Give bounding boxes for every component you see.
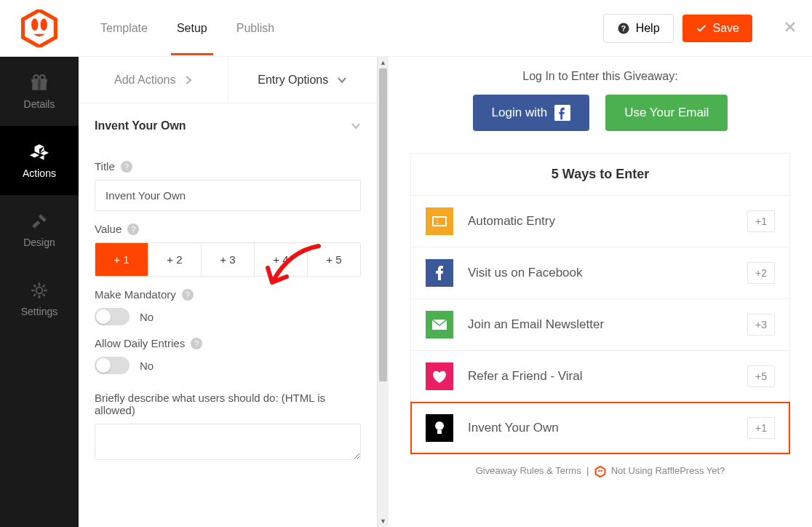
sidebar-item-design[interactable]: Design (0, 195, 79, 264)
value-2[interactable]: + 2 (148, 243, 202, 276)
entry-points: +3 (747, 314, 775, 336)
scrollbar-thumb[interactable] (379, 68, 387, 381)
entry-row-invent[interactable]: Invent Your Own +1 (411, 403, 789, 453)
sidebar-item-details[interactable]: Details (0, 57, 79, 126)
entry-points: +1 (747, 417, 775, 439)
tab-setup[interactable]: Setup (177, 1, 207, 55)
envelope-icon (426, 311, 453, 338)
lightbulb-icon (426, 414, 453, 442)
rafflepress-logo-icon (20, 9, 58, 47)
help-tip-icon[interactable]: ? (191, 338, 202, 349)
close-button[interactable] (783, 20, 797, 37)
describe-label: Briefly describe what users should do: (… (95, 392, 361, 416)
login-prompt: Log In to Enter this Giveaway: (410, 70, 790, 83)
describe-input[interactable] (95, 424, 361, 460)
value-3[interactable]: + 3 (202, 243, 255, 276)
top-right: ? Help Save (603, 14, 797, 43)
mandatory-toggle[interactable] (95, 308, 130, 325)
panel-body: Invent Your Own Title ? Value ? + 1 + 2 … (79, 103, 377, 527)
entry-row-facebook[interactable]: Visit us on Facebook +2 (411, 247, 789, 299)
heart-icon (426, 362, 453, 390)
tab-publish[interactable]: Publish (236, 1, 274, 55)
preview-footer: Giveaway Rules & Terms | Not Using Raffl… (410, 454, 790, 488)
not-using-link[interactable]: Not Using RafflePress Yet? (611, 465, 725, 476)
mandatory-value: No (140, 311, 154, 323)
help-tip-icon[interactable]: ? (182, 289, 194, 301)
facebook-icon (426, 259, 453, 287)
panel-tabs: Add Actions Entry Options (79, 57, 377, 103)
help-tip-icon[interactable]: ? (127, 223, 139, 235)
entry-points: +5 (747, 365, 775, 387)
rules-link[interactable]: Giveaway Rules & Terms (476, 465, 581, 476)
daily-value: No (140, 360, 154, 372)
options-panel: Add Actions Entry Options Invent Your Ow… (79, 57, 377, 527)
tab-template[interactable]: Template (100, 1, 148, 55)
scroll-up-icon[interactable]: ▲ (378, 57, 389, 68)
value-1[interactable]: + 1 (95, 243, 148, 276)
rafflepress-small-icon (594, 466, 606, 478)
chevron-down-icon (337, 76, 347, 84)
panel-tab-entry-options[interactable]: Entry Options (228, 57, 378, 103)
login-facebook-button[interactable]: Login with (473, 95, 590, 131)
cubes-icon (29, 143, 49, 162)
entry-row-newsletter[interactable]: Join an Email Newsletter +3 (411, 299, 789, 351)
svg-point-9 (40, 75, 45, 80)
entry-row-refer[interactable]: Refer a Friend - Viral +5 (411, 351, 789, 403)
svg-text:?: ? (621, 23, 625, 32)
svg-point-15 (435, 421, 444, 430)
svg-point-2 (41, 18, 47, 31)
scroll-down-icon[interactable]: ▼ (378, 515, 389, 527)
mandatory-label: Make Mandatory ? (95, 288, 361, 301)
chevron-right-icon (185, 75, 192, 85)
entry-list: Automatic Entry +1 Visit us on Facebook … (410, 195, 790, 454)
svg-marker-17 (595, 466, 605, 476)
value-group: + 1 + 2 + 3 + 4 + 5 (95, 242, 361, 277)
close-icon (783, 20, 797, 34)
sidebar: Details Actions Design Settings (0, 57, 79, 527)
sidebar-item-settings[interactable]: Settings (0, 264, 79, 333)
design-icon (29, 212, 49, 231)
title-input[interactable] (95, 180, 361, 211)
svg-point-1 (31, 18, 38, 31)
entry-points: +2 (747, 262, 775, 284)
gear-icon (29, 281, 49, 300)
ticket-icon (426, 207, 453, 235)
chevron-down-icon (351, 122, 361, 130)
logo (0, 9, 79, 47)
value-label: Value ? (95, 223, 361, 235)
svg-marker-0 (23, 10, 56, 47)
svg-point-18 (598, 469, 600, 472)
help-tip-icon[interactable]: ? (121, 161, 132, 173)
ways-title: 5 Ways to Enter (410, 153, 790, 195)
entry-points: +1 (747, 210, 775, 232)
help-button[interactable]: ? Help (603, 14, 674, 43)
section-header[interactable]: Invent Your Own (95, 103, 361, 148)
facebook-icon (554, 105, 570, 121)
daily-toggle[interactable] (95, 357, 130, 374)
help-icon: ? (617, 22, 630, 35)
preview-pane: Log In to Enter this Giveaway: Login wit… (389, 57, 812, 527)
title-label: Title ? (95, 160, 361, 173)
svg-point-19 (600, 469, 602, 472)
topbar: Template Setup Publish ? Help Save (0, 0, 812, 57)
svg-rect-16 (437, 430, 442, 434)
value-4[interactable]: + 4 (255, 243, 308, 276)
top-tabs: Template Setup Publish (100, 1, 274, 55)
sidebar-item-actions[interactable]: Actions (0, 126, 79, 195)
panel-scrollbar[interactable]: ▲ ▼ (377, 57, 389, 527)
gift-icon (29, 74, 49, 92)
use-email-button[interactable]: Use Your Email (605, 95, 728, 131)
check-icon (696, 23, 707, 34)
svg-point-10 (36, 287, 43, 293)
svg-rect-12 (433, 217, 446, 226)
save-button[interactable]: Save (682, 15, 752, 42)
svg-point-8 (33, 75, 39, 80)
entry-row-automatic[interactable]: Automatic Entry +1 (411, 196, 789, 247)
value-5[interactable]: + 5 (308, 243, 360, 276)
panel-tab-add-actions[interactable]: Add Actions (79, 57, 228, 103)
svg-rect-7 (38, 79, 40, 90)
daily-label: Allow Daily Entries ? (95, 337, 361, 349)
